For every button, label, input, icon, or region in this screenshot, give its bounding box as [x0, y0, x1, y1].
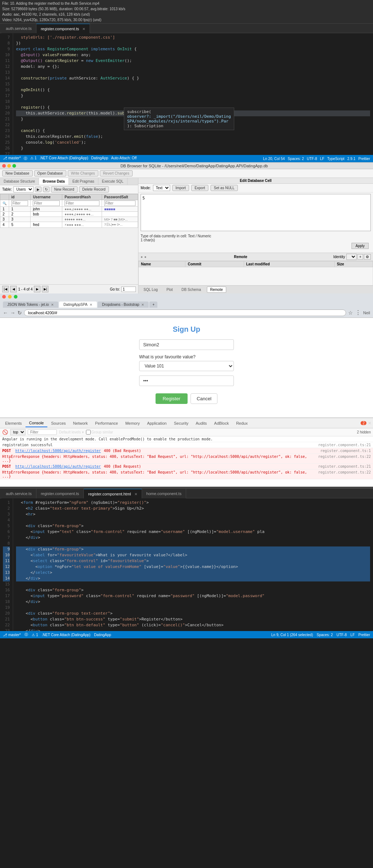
forward-btn[interactable]: →: [10, 310, 15, 316]
identity-add-btn[interactable]: +: [357, 254, 363, 260]
write-changes-btn[interactable]: Write Changes: [68, 170, 98, 176]
editor2-tab-register-html[interactable]: register.component.html ✕: [84, 489, 142, 498]
cell-id[interactable]: 3: [9, 217, 31, 222]
tab-db-structure[interactable]: Database Structure: [0, 178, 39, 185]
cell-salt[interactable]: 7⓪L|●● 0•...: [102, 222, 138, 228]
tab-remote[interactable]: Remote: [207, 287, 226, 293]
open-database-btn[interactable]: Open Database: [34, 170, 66, 176]
import-btn[interactable]: Import: [172, 185, 189, 191]
cell-hash[interactable]: ●●●●⊿●●●● ●●...: [62, 212, 102, 217]
editor-tab-register[interactable]: register.component.ts ✕: [36, 24, 90, 33]
export-btn[interactable]: Export: [191, 185, 208, 191]
table-icon-btn[interactable]: ▶: [35, 187, 42, 192]
menu-btn[interactable]: ⋮: [355, 309, 361, 316]
cell-salt[interactable]: [102, 212, 138, 217]
devtools-tab-sources[interactable]: Sources: [47, 420, 69, 427]
register-btn[interactable]: Register: [156, 393, 188, 404]
tab-browse-data[interactable]: Browse Data: [39, 178, 69, 185]
error-url-1[interactable]: http://localhost:5000/api/auth/register: [15, 449, 101, 453]
browser-btn-red[interactable]: [2, 295, 6, 299]
tab-execute-sql[interactable]: Execute SQL: [98, 178, 127, 185]
cell-username[interactable]: john: [31, 207, 62, 212]
browser-tab-jwt-close[interactable]: ✕: [51, 303, 54, 307]
table-row[interactable]: 2 2 bob ●●●●⊿●●●● ●●...: [0, 212, 138, 217]
devtools-tab-memory[interactable]: Memory: [122, 420, 144, 427]
clear-btn[interactable]: 🚫: [2, 429, 8, 435]
editor-tab-auth[interactable]: auth.service.ts: [1, 24, 36, 33]
cell-username[interactable]: fred: [31, 222, 62, 228]
filter-username[interactable]: [33, 201, 60, 206]
default-levels[interactable]: Default levels ▾: [59, 430, 84, 434]
devtools-tab-security[interactable]: Security: [170, 420, 192, 427]
browser-new-tab[interactable]: +: [149, 301, 157, 308]
col-header-salt[interactable]: PasswordSalt: [102, 194, 138, 200]
filter-id[interactable]: [11, 201, 28, 206]
set-null-btn[interactable]: Set as NULL: [211, 185, 238, 191]
revert-changes-btn[interactable]: Revert Changes: [100, 170, 133, 176]
cell-salt[interactable]: M0• 7 ■■ |M0•...: [102, 217, 138, 222]
col-header-id[interactable]: id: [9, 194, 31, 200]
cancel-btn[interactable]: Cancel: [191, 393, 217, 404]
identity-settings-btn[interactable]: ⚙: [364, 254, 371, 260]
group-similar-label[interactable]: Group similar: [86, 430, 113, 435]
editor2-tab-auth[interactable]: auth.service.ts: [1, 489, 36, 498]
cell-username[interactable]: bob: [31, 212, 62, 217]
pg-next[interactable]: ▶: [34, 286, 40, 292]
console-filter-input[interactable]: [28, 429, 57, 435]
tab-plot[interactable]: Plot: [164, 287, 176, 292]
new-record-btn[interactable]: New Record: [51, 186, 78, 192]
table-refresh-btn[interactable]: ↻: [43, 187, 50, 192]
devtools-tab-redux[interactable]: Redux: [232, 420, 251, 427]
devtools-tab-elements[interactable]: Elements: [1, 420, 25, 427]
filter-salt[interactable]: [104, 201, 136, 206]
editor2-tab-home[interactable]: home.component.ts: [142, 489, 186, 498]
table-row[interactable]: 3 3 ♦♦●●● ●●●... M0• 7 ■■ |M0•...: [0, 217, 138, 222]
col-header-hash[interactable]: PasswordHash: [62, 194, 102, 200]
browser-btn-yellow[interactable]: [8, 295, 12, 299]
browser-tab-jwt[interactable]: JSON Web Tokens - jet.io ✕: [3, 301, 58, 308]
tab-db-schema[interactable]: DB Schema: [178, 287, 204, 292]
pg-prev[interactable]: ◀: [10, 286, 17, 292]
browser-tab-dating[interactable]: DatingAppSPA ✕: [59, 301, 97, 308]
devtools-tab-application[interactable]: Application: [144, 420, 170, 427]
back-btn[interactable]: ←: [3, 310, 8, 316]
table-row[interactable]: 1 1 john ●●●⊿●●●● ●●... ■■■■■: [0, 207, 138, 212]
error-url-2[interactable]: http://localhost:5000/api/auth/register: [15, 464, 101, 468]
reload-btn[interactable]: ↻: [17, 310, 22, 316]
cell-salt[interactable]: ■■■■■: [102, 207, 138, 212]
pg-first[interactable]: |◀: [2, 286, 9, 292]
col-header-username[interactable]: Username: [31, 194, 62, 200]
context-select[interactable]: top: [10, 429, 25, 435]
cell-id[interactable]: 1: [9, 207, 31, 212]
devtools-tab-adblock[interactable]: AdBlock: [211, 420, 232, 427]
mode-select[interactable]: Text: [153, 185, 170, 191]
filter-hash[interactable]: [64, 201, 99, 206]
table-row[interactable]: 4 5 fred ×●●● ●●●... 7⓪L|●● 0•...: [0, 222, 138, 228]
cell-value-area[interactable]: 5: [141, 194, 371, 231]
star-btn[interactable]: ☆: [348, 310, 353, 316]
cell-id[interactable]: 5: [9, 222, 31, 228]
username-input[interactable]: [139, 339, 234, 350]
browser-btn-green[interactable]: [14, 295, 17, 299]
devtools-close-btn[interactable]: ✕: [368, 421, 372, 426]
browser-tab-dating-close[interactable]: ✕: [90, 303, 93, 307]
favourite-select[interactable]: Value 101: [139, 361, 234, 371]
apply-btn[interactable]: Apply: [352, 243, 369, 249]
cell-hash[interactable]: ♦♦●●● ●●●...: [62, 217, 102, 222]
devtools-tab-audits[interactable]: Audits: [192, 420, 211, 427]
table-select[interactable]: Users: [13, 186, 34, 192]
browser-tab-bootstrap-close[interactable]: ✕: [141, 303, 144, 307]
window-btn-yellow[interactable]: [7, 164, 11, 168]
password-input[interactable]: [139, 375, 234, 386]
window-btn-green[interactable]: [12, 164, 16, 168]
tab-sql-log[interactable]: SQL Log: [141, 287, 161, 292]
devtools-tab-console[interactable]: Console: [25, 419, 47, 427]
editor2-tab-register-ts[interactable]: register.component.ts: [36, 489, 84, 498]
cell-username[interactable]: [31, 217, 62, 222]
cell-id[interactable]: 2: [9, 212, 31, 217]
tab-edit-pragmas[interactable]: Edit Pragmas: [69, 178, 98, 185]
group-similar-check[interactable]: [86, 430, 91, 435]
cell-hash[interactable]: ×●●● ●●●...: [62, 222, 102, 228]
goto-input[interactable]: [121, 287, 136, 292]
browser-tab-bootstrap[interactable]: Dropdowns - Bootstrap ✕: [98, 301, 149, 308]
